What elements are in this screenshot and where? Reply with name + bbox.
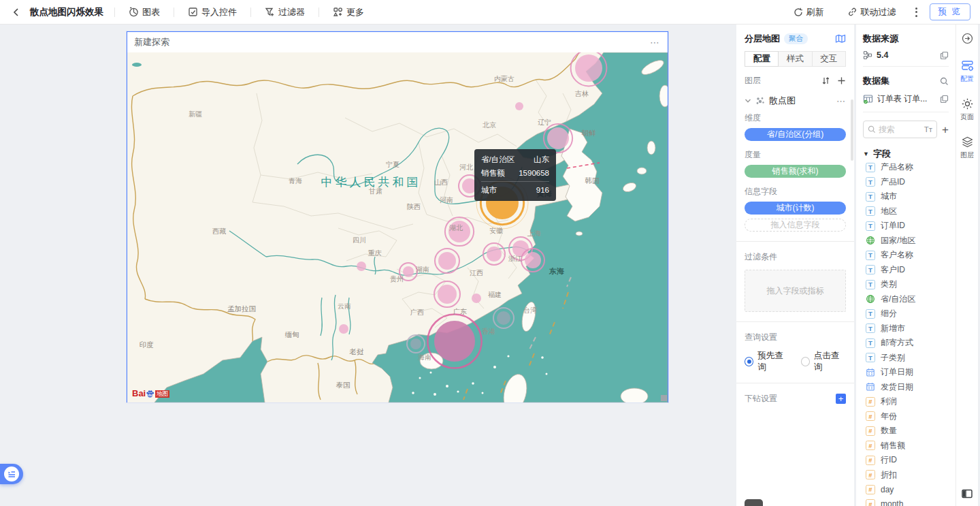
field-item[interactable]: T细分 xyxy=(863,306,949,321)
copy-icon[interactable] xyxy=(940,51,949,60)
tooltip-label: 销售额 xyxy=(481,166,505,180)
info-field-pill[interactable]: 城市(计数) xyxy=(745,202,846,215)
field-item[interactable]: T类别 xyxy=(863,277,949,292)
floating-panel-button[interactable] xyxy=(0,464,23,484)
add-field-button[interactable]: + xyxy=(942,124,949,136)
baidu-map-label: 地图 xyxy=(155,390,169,398)
region-name-label: 新疆 xyxy=(189,110,202,118)
more-widgets-icon xyxy=(333,7,343,17)
region-name-label: 陕西 xyxy=(407,203,421,210)
tooltip-label: 省/自治区 xyxy=(481,153,514,166)
scrollbar-thumb[interactable] xyxy=(851,99,853,161)
chevron-down-icon[interactable] xyxy=(745,97,751,104)
layer-name[interactable]: 散点图 xyxy=(769,95,796,107)
scatter-point[interactable] xyxy=(544,124,572,153)
config-tabs: 配置 样式 交互 xyxy=(745,51,846,67)
info-field-dropzone[interactable]: 拖入信息字段 xyxy=(745,219,846,232)
fields-section-header[interactable]: ▼ 字段 xyxy=(863,148,949,160)
scatter-point[interactable] xyxy=(521,249,544,272)
field-item[interactable]: T订单ID xyxy=(863,219,949,234)
add-drilldown-button[interactable]: + xyxy=(836,394,846,404)
china-scatter-map[interactable]: 新疆内蒙古吉林辽宁北京朝鲜韩国青海宁夏甘肃陕西山西河北河南黄海湖北安徽上海四川重… xyxy=(127,52,668,402)
kebab-menu-icon[interactable] xyxy=(913,7,920,17)
field-item[interactable]: #利润 xyxy=(863,394,949,409)
baidu-paw-icon: du xyxy=(146,390,154,398)
field-item[interactable]: T产品ID xyxy=(863,175,949,190)
field-item[interactable]: 国家/地区 xyxy=(863,234,949,249)
field-item[interactable]: #销售额 xyxy=(863,439,949,454)
text-format-icon[interactable]: Tт xyxy=(924,125,932,133)
dimension-pill[interactable]: 省/自治区(分组) xyxy=(745,128,846,141)
field-item[interactable]: 订单日期 xyxy=(863,365,949,380)
scatter-point[interactable] xyxy=(515,102,523,110)
filter-icon xyxy=(265,7,275,17)
filter-dropzone[interactable]: 拖入字段或指标 xyxy=(745,270,846,312)
add-layer-icon[interactable] xyxy=(837,76,846,85)
import-widget-menu-item[interactable]: 导入控件 xyxy=(181,6,244,18)
radio-click-query[interactable]: 点击查询 xyxy=(801,350,847,373)
measure-pill[interactable]: 销售额(求和) xyxy=(745,165,846,178)
scatter-point[interactable] xyxy=(427,314,481,368)
field-item[interactable]: T产品名称 xyxy=(863,160,949,175)
field-item[interactable]: T邮寄方式 xyxy=(863,336,949,351)
sort-layers-icon[interactable] xyxy=(821,76,830,85)
tab-interaction[interactable]: 交互 xyxy=(812,51,846,67)
field-item[interactable]: 发货日期 xyxy=(863,380,949,395)
field-item[interactable]: T子类别 xyxy=(863,351,949,366)
map-type-icon[interactable] xyxy=(835,34,846,44)
field-item[interactable]: #行ID xyxy=(863,453,949,468)
chart-card[interactable]: 新建探索 ⋯ xyxy=(127,31,668,402)
back-icon[interactable] xyxy=(10,5,23,19)
tab-style[interactable]: 样式 xyxy=(778,51,812,67)
data-source-row[interactable]: 5.4 xyxy=(863,50,949,67)
chart-menu-item[interactable]: 图表 xyxy=(122,6,167,18)
scatter-point[interactable] xyxy=(434,281,460,307)
scatter-point[interactable] xyxy=(472,294,481,303)
field-item[interactable]: 省/自治区 xyxy=(863,292,949,307)
field-item[interactable]: #折扣 xyxy=(863,468,949,483)
dataset-panel: 数据来源 5.4 数据集 订单表 订 xyxy=(856,25,956,506)
filter-menu-item[interactable]: 过滤器 xyxy=(258,6,312,18)
dataset-row[interactable]: 订单表 订单... xyxy=(863,93,949,112)
field-item[interactable]: T客户名称 xyxy=(863,248,949,263)
region-name-label: 辽宁 xyxy=(538,118,551,126)
field-item[interactable]: #年份 xyxy=(863,409,949,424)
scatter-point[interactable] xyxy=(445,217,474,246)
collapse-panel-icon[interactable] xyxy=(962,33,973,44)
preview-button[interactable]: 预 览 xyxy=(930,3,970,20)
scatter-point[interactable] xyxy=(339,324,348,334)
field-search-input[interactable]: 搜索 Tт xyxy=(863,121,937,138)
field-item[interactable]: #month xyxy=(863,497,949,506)
resize-handle[interactable] xyxy=(661,395,667,401)
aggregate-badge: 聚合 xyxy=(784,33,808,44)
field-label: 城市 xyxy=(881,191,897,202)
field-item[interactable]: #day xyxy=(863,482,949,497)
rail-item-page[interactable]: 页面 xyxy=(960,97,974,122)
more-menu-item[interactable]: 更多 xyxy=(326,6,371,18)
toggle-sidebar-icon[interactable] xyxy=(961,488,973,499)
divider xyxy=(736,321,854,322)
canvas[interactable]: 新建探索 ⋯ xyxy=(0,25,736,506)
number-field-icon: # xyxy=(866,411,875,421)
chart-more-icon[interactable]: ⋯ xyxy=(650,37,661,48)
scatter-point[interactable] xyxy=(435,249,459,273)
dataset-search-icon[interactable] xyxy=(940,77,949,86)
copy-icon[interactable] xyxy=(940,95,949,104)
region-name-label: 香港 xyxy=(482,328,495,335)
linkage-filter-button[interactable]: 联动过滤 xyxy=(840,6,903,18)
field-item[interactable]: T客户ID xyxy=(863,263,949,278)
region-name-label: 湖北 xyxy=(449,224,463,232)
field-item[interactable]: T新增市 xyxy=(863,321,949,336)
radio-pre-query[interactable]: 预先查询 xyxy=(745,350,790,373)
scatter-point[interactable] xyxy=(357,262,366,271)
refresh-button[interactable]: 刷新 xyxy=(787,6,831,18)
field-item[interactable]: T地区 xyxy=(863,204,949,219)
tooltip-label: 城市 xyxy=(481,183,497,197)
rail-item-layers[interactable]: 图层 xyxy=(960,136,974,160)
rail-item-config[interactable]: 配置 xyxy=(960,59,974,84)
layer-more-icon[interactable]: ⋯ xyxy=(836,96,846,106)
import-widget-icon xyxy=(188,7,198,17)
field-item[interactable]: #数量 xyxy=(863,424,949,439)
field-item[interactable]: T城市 xyxy=(863,189,949,204)
tab-config[interactable]: 配置 xyxy=(745,51,779,67)
